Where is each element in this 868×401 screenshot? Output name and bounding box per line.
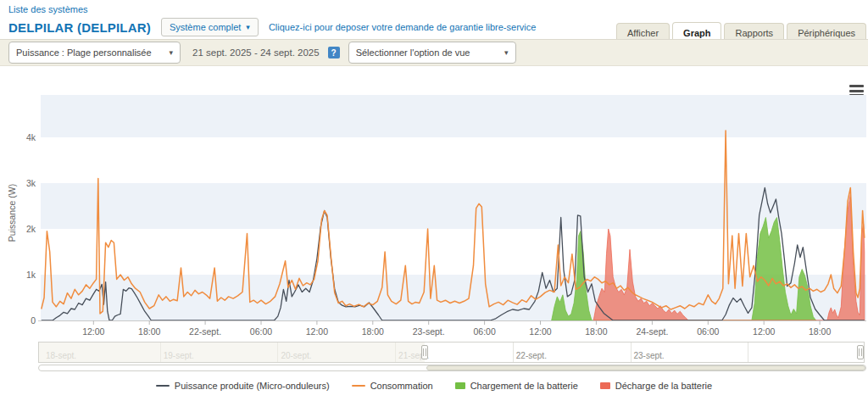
navigator-day-gridline — [748, 343, 748, 362]
metric-select-value: Puissance : Plage personnalisée — [16, 47, 152, 58]
legend-item-1[interactable]: Consommation — [352, 381, 433, 391]
metric-select[interactable]: Puissance : Plage personnalisée ▾ — [8, 42, 181, 64]
view-option-value: Sélectionner l'option de vue — [356, 47, 470, 58]
legend-item-3[interactable]: Décharge de la batterie — [600, 381, 712, 391]
x-tick-label: 24-sept. — [636, 326, 668, 337]
x-tick-label: 12:00 — [529, 326, 551, 337]
chevron-down-icon: ▾ — [504, 48, 509, 57]
navigator-unselected-mask — [39, 343, 425, 362]
navigator-left-handle[interactable] — [421, 345, 428, 359]
x-tick-label: 12:00 — [753, 326, 775, 337]
chart-area: 12:0018:0022-sept.06:0012:0018:0023-sept… — [0, 73, 868, 341]
plot-band — [41, 95, 866, 137]
x-tick-label: 23-sept. — [413, 326, 445, 337]
x-tick-label: 06:00 — [473, 326, 495, 337]
x-tick-label: 18:00 — [362, 326, 384, 337]
legend-item-2[interactable]: Chargement de la batterie — [455, 381, 578, 391]
navigator-day-label: 22-sept. — [516, 351, 547, 360]
legend-label: Chargement de la batterie — [470, 381, 578, 391]
navigator-day-gridline — [513, 343, 514, 362]
x-tick-label: 06:00 — [697, 326, 719, 337]
app-root: Liste des systèmes DELPILAR (DELPILAR) S… — [0, 0, 868, 401]
legend-label: Puissance produite (Micro-onduleurs) — [175, 381, 330, 391]
system-scope-button[interactable]: Système complet ▾ — [161, 18, 259, 36]
x-tick-label: 12:00 — [82, 326, 104, 337]
plot-band — [41, 137, 866, 183]
x-tick-label: 18:00 — [585, 326, 607, 337]
legend-label: Décharge de la batterie — [615, 381, 712, 391]
legend-area-marker — [600, 382, 610, 389]
navigator-day-label: 23-sept. — [634, 351, 665, 360]
legend-line-marker — [352, 385, 365, 387]
chart-toolbar: Puissance : Plage personnalisée ▾ 21 sep… — [0, 39, 868, 66]
x-tick-label: 18:00 — [809, 326, 831, 337]
navigator-right-handle[interactable] — [857, 345, 864, 359]
title-row: DELPILAR (DELPILAR) Système complet ▾ Cl… — [8, 18, 536, 36]
system-scope-label: Système complet — [170, 22, 241, 32]
page-title: DELPILAR (DELPILAR) — [8, 20, 151, 35]
navigator-day-gridline — [631, 343, 632, 362]
y-tick-label: 4k — [26, 132, 36, 142]
date-range-label: 21 sept. 2025 - 24 sept. 2025 — [192, 47, 320, 58]
chevron-down-icon: ▾ — [169, 48, 173, 57]
power-chart: 12:0018:0022-sept.06:0012:0018:0023-sept… — [0, 73, 868, 341]
y-tick-label: 3k — [26, 178, 36, 188]
y-tick-label: 1k — [26, 270, 36, 280]
scrollbar-thumb[interactable] — [426, 365, 865, 370]
help-icon[interactable]: ? — [328, 47, 340, 58]
legend-line-marker — [156, 385, 170, 387]
x-tick-label: 18:00 — [138, 326, 160, 337]
breadcrumb-systems-link[interactable]: Liste des systèmes — [8, 4, 88, 14]
x-tick-label: 06:00 — [250, 326, 272, 337]
plot-band — [41, 183, 866, 229]
y-tick-label: 2k — [26, 224, 36, 234]
x-tick-label: 22-sept. — [189, 326, 221, 337]
legend-item-0[interactable]: Puissance produite (Micro-onduleurs) — [156, 381, 330, 391]
range-navigator[interactable]: 18-sept.19-sept.20-sept.21-sept.22-sept.… — [38, 342, 865, 363]
y-tick-label: 0 — [31, 315, 36, 326]
legend-area-marker — [455, 382, 465, 389]
plot-band — [41, 229, 866, 275]
x-tick-label: 12:00 — [306, 326, 328, 337]
y-axis-title: Puissance (W) — [7, 175, 17, 251]
view-option-select[interactable]: Sélectionner l'option de vue ▾ — [348, 42, 516, 64]
chevron-down-icon: ▾ — [246, 24, 250, 31]
legend-label: Consommation — [370, 381, 433, 391]
warranty-claim-link[interactable]: Cliquez-ici pour deposer votre demande d… — [269, 22, 537, 32]
chart-legend: Puissance produite (Micro-onduleurs)Cons… — [0, 381, 868, 391]
chart-scrollbar[interactable] — [38, 365, 866, 371]
